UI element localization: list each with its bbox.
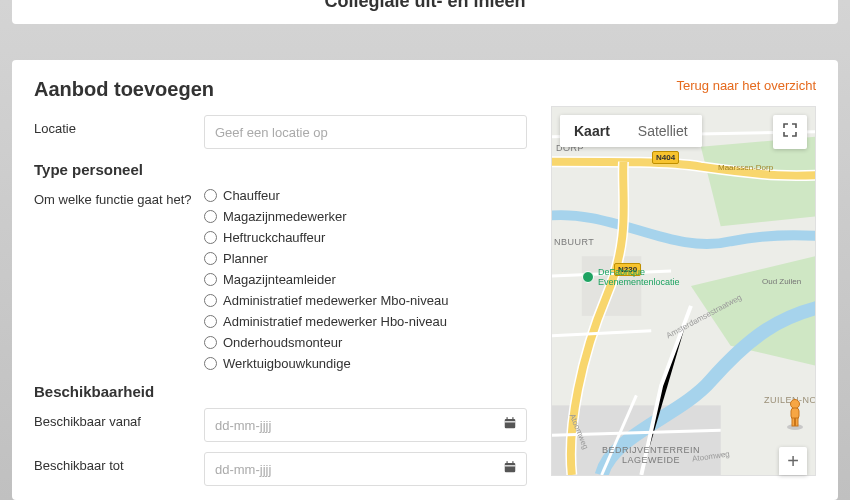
page-title: Aanbod toevoegen bbox=[34, 78, 527, 101]
main-card: Terug naar het overzicht Aanbod toevoege… bbox=[12, 60, 838, 500]
radio-input-magazijnmedewerker[interactable] bbox=[204, 210, 217, 223]
radio-label: Magazijnteamleider bbox=[223, 272, 336, 287]
radio-input-werktuigbouwkundige[interactable] bbox=[204, 357, 217, 370]
radio-chauffeur[interactable]: Chauffeur bbox=[204, 188, 527, 203]
radio-label: Werktuigbouwkundige bbox=[223, 356, 351, 371]
radio-werktuigbouwkundige[interactable]: Werktuigbouwkundige bbox=[204, 356, 527, 371]
poi-icon bbox=[582, 271, 594, 283]
radio-label: Administratief medewerker Hbo-niveau bbox=[223, 314, 447, 329]
row-locatie: Locatie bbox=[34, 115, 527, 149]
radio-admin-mbo[interactable]: Administratief medewerker Mbo-niveau bbox=[204, 293, 527, 308]
poi-label: DeFabrique Evenementenlocatie bbox=[598, 267, 680, 287]
row-tot: Beschikbaar tot bbox=[34, 452, 527, 486]
label-functie: Om welke functie gaat het? bbox=[34, 186, 204, 207]
map-type-satelliet-button[interactable]: Satelliet bbox=[624, 115, 702, 147]
radio-input-admin-mbo[interactable] bbox=[204, 294, 217, 307]
heading-beschikbaarheid: Beschikbaarheid bbox=[34, 383, 527, 400]
map-canvas[interactable]: DORP Maarssen-Dorp N404 NBUURT N230 DeFa… bbox=[552, 107, 815, 475]
radio-input-magazijnteamleider[interactable] bbox=[204, 273, 217, 286]
radio-planner[interactable]: Planner bbox=[204, 251, 527, 266]
radio-list-functie: Chauffeur Magazijnmedewerker Heftruckcha… bbox=[204, 186, 527, 371]
map-panel[interactable]: DORP Maarssen-Dorp N404 NBUURT N230 DeFa… bbox=[551, 106, 816, 476]
row-vanaf: Beschikbaar vanaf bbox=[34, 408, 527, 442]
radio-label: Heftruckchauffeur bbox=[223, 230, 325, 245]
input-beschikbaar-vanaf[interactable] bbox=[204, 408, 527, 442]
radio-heftruckchauffeur[interactable]: Heftruckchauffeur bbox=[204, 230, 527, 245]
label-tot: Beschikbaar tot bbox=[34, 452, 204, 473]
top-banner: Collegiale uit- en inleen bbox=[12, 0, 838, 24]
svg-rect-15 bbox=[796, 418, 799, 426]
road-shield-n404: N404 bbox=[652, 151, 679, 164]
radio-label: Chauffeur bbox=[223, 188, 280, 203]
poi-defabrique[interactable]: DeFabrique Evenementenlocatie bbox=[582, 267, 680, 287]
radio-input-admin-hbo[interactable] bbox=[204, 315, 217, 328]
svg-rect-13 bbox=[791, 408, 799, 419]
radio-label: Administratief medewerker Mbo-niveau bbox=[223, 293, 448, 308]
map-pegman[interactable] bbox=[781, 397, 809, 431]
plus-icon: + bbox=[787, 450, 799, 473]
radio-admin-hbo[interactable]: Administratief medewerker Hbo-niveau bbox=[204, 314, 527, 329]
map-type-control: Kaart Satelliet bbox=[560, 115, 702, 147]
radio-onderhoudsmonteur[interactable]: Onderhoudsmonteur bbox=[204, 335, 527, 350]
map-label-oudzuilen: Oud Zuilen bbox=[762, 277, 801, 286]
radio-label: Onderhoudsmonteur bbox=[223, 335, 342, 350]
svg-rect-14 bbox=[792, 418, 795, 426]
map-zoom-in-button[interactable]: + bbox=[779, 447, 807, 475]
back-to-overview-link[interactable]: Terug naar het overzicht bbox=[677, 78, 816, 93]
radio-input-planner[interactable] bbox=[204, 252, 217, 265]
form-column: Aanbod toevoegen Locatie Type personeel … bbox=[34, 78, 527, 482]
map-type-kaart-button[interactable]: Kaart bbox=[560, 115, 624, 147]
radio-magazijnmedewerker[interactable]: Magazijnmedewerker bbox=[204, 209, 527, 224]
fullscreen-icon bbox=[783, 123, 797, 141]
label-vanaf: Beschikbaar vanaf bbox=[34, 408, 204, 429]
banner-title: Collegiale uit- en inleen bbox=[324, 0, 525, 11]
svg-point-12 bbox=[791, 400, 800, 409]
radio-magazijnteamleider[interactable]: Magazijnteamleider bbox=[204, 272, 527, 287]
radio-input-onderhoudsmonteur[interactable] bbox=[204, 336, 217, 349]
input-beschikbaar-tot[interactable] bbox=[204, 452, 527, 486]
radio-input-chauffeur[interactable] bbox=[204, 189, 217, 202]
map-fullscreen-button[interactable] bbox=[773, 115, 807, 149]
radio-input-heftruckchauffeur[interactable] bbox=[204, 231, 217, 244]
row-functie: Om welke functie gaat het? Chauffeur Mag… bbox=[34, 186, 527, 371]
map-label-lageweide: BEDRIJVENTERREIN LAGEWEIDE bbox=[602, 445, 700, 465]
radio-label: Planner bbox=[223, 251, 268, 266]
label-locatie: Locatie bbox=[34, 115, 204, 136]
heading-type-personeel: Type personeel bbox=[34, 161, 527, 178]
radio-label: Magazijnmedewerker bbox=[223, 209, 347, 224]
map-label-nbuurt: NBUURT bbox=[554, 237, 594, 247]
map-label-maarssen: Maarssen-Dorp bbox=[718, 163, 773, 172]
input-locatie[interactable] bbox=[204, 115, 527, 149]
